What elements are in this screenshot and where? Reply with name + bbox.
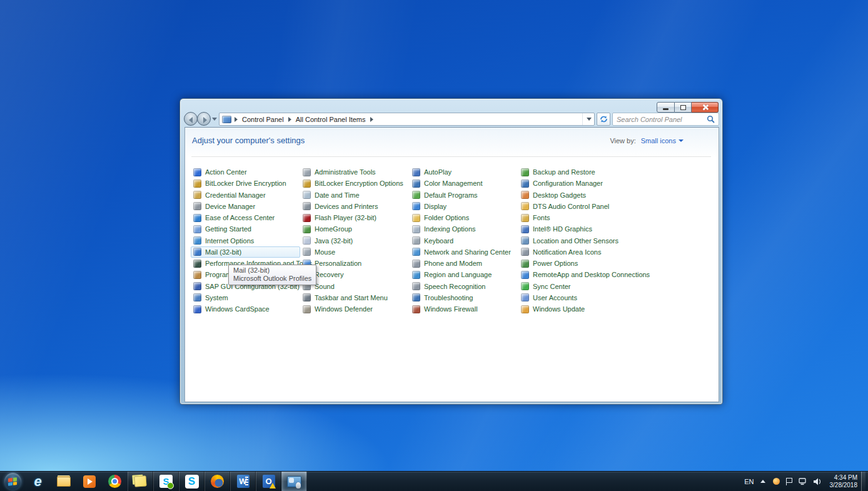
search-icon[interactable] bbox=[707, 115, 715, 123]
start-button[interactable] bbox=[0, 472, 25, 491]
language-indicator[interactable]: EN bbox=[744, 478, 754, 485]
fonts-icon bbox=[521, 214, 529, 222]
control-panel-item[interactable]: System bbox=[191, 292, 300, 303]
address-bar[interactable]: Control Panel All Control Panel Items bbox=[219, 113, 595, 126]
control-panel-item[interactable]: Network and Sharing Center bbox=[410, 246, 518, 258]
item-label: Troubleshooting bbox=[424, 294, 473, 301]
internet-explorer-icon[interactable]: e bbox=[25, 472, 51, 491]
restore-button[interactable] bbox=[675, 102, 692, 113]
breadcrumb-control-panel[interactable]: Control Panel bbox=[242, 116, 284, 123]
control-panel-taskbar-icon-glyph bbox=[287, 476, 301, 487]
skype-for-business-icon[interactable]: S bbox=[153, 472, 179, 491]
show-desktop-button[interactable] bbox=[861, 472, 865, 491]
control-panel-item[interactable]: Phone and Modem bbox=[410, 258, 518, 269]
control-panel-item[interactable]: Indexing Options bbox=[410, 223, 518, 235]
control-panel-item[interactable]: HomeGroup bbox=[300, 223, 410, 235]
control-panel-item[interactable]: Desktop Gadgets bbox=[518, 190, 628, 201]
control-panel-item[interactable]: Location and Other Sensors bbox=[518, 235, 628, 246]
restore-icon bbox=[680, 105, 686, 110]
media-player-icon-glyph bbox=[83, 475, 96, 488]
outlook-icon-glyph: O bbox=[263, 475, 275, 488]
control-panel-item[interactable]: BitLocker Drive Encryption bbox=[191, 178, 300, 189]
control-panel-item[interactable]: Troubleshooting bbox=[410, 292, 518, 303]
control-panel-item[interactable]: Display bbox=[410, 201, 518, 212]
sticky-notes-icon[interactable] bbox=[128, 472, 153, 491]
close-icon bbox=[702, 104, 709, 111]
outlook-icon[interactable]: O bbox=[256, 472, 281, 491]
item-label: Folder Options bbox=[424, 214, 469, 221]
clock[interactable]: 4:34 PM 3/28/2018 bbox=[830, 474, 858, 489]
control-panel-item[interactable]: Devices and Printers bbox=[300, 201, 410, 212]
control-panel-item[interactable]: Keyboard bbox=[410, 235, 518, 246]
control-panel-item[interactable]: Ease of Access Center bbox=[191, 212, 300, 223]
control-panel-item[interactable]: Windows Update bbox=[518, 303, 628, 315]
defender-icon bbox=[303, 305, 311, 313]
control-panel-item[interactable]: Color Management bbox=[410, 178, 518, 189]
back-button[interactable] bbox=[184, 112, 198, 126]
control-panel-item[interactable]: Backup and Restore bbox=[518, 166, 628, 178]
firefox-icon[interactable] bbox=[204, 472, 230, 491]
control-panel-item[interactable]: Default Programs bbox=[410, 190, 518, 201]
control-panel-item[interactable]: Administrative Tools bbox=[300, 166, 410, 178]
control-panel-item[interactable]: Recovery bbox=[300, 269, 410, 280]
search-box[interactable]: Search Control Panel bbox=[612, 113, 719, 126]
control-panel-item[interactable]: Action Center bbox=[191, 166, 300, 178]
control-panel-item[interactable]: DTS Audio Control Panel bbox=[518, 201, 628, 212]
control-panel-item[interactable]: Date and Time bbox=[300, 190, 410, 201]
control-panel-item[interactable]: Sound bbox=[300, 281, 410, 292]
skype-icon-glyph: S bbox=[185, 475, 199, 488]
action-center-flag-icon[interactable] bbox=[786, 478, 792, 485]
control-panel-item[interactable]: Taskbar and Start Menu bbox=[300, 292, 410, 303]
network-tray-icon[interactable] bbox=[799, 478, 807, 485]
control-panel-item[interactable]: Windows Defender bbox=[300, 303, 410, 315]
control-panel-item[interactable]: Internet Options bbox=[191, 235, 300, 246]
control-panel-item[interactable]: RemoteApp and Desktop Connections bbox=[518, 269, 628, 280]
control-panel-item[interactable]: Java (32-bit) bbox=[300, 235, 410, 246]
control-panel-item[interactable]: Configuration Manager bbox=[518, 178, 628, 189]
control-panel-item[interactable]: Personalization bbox=[300, 258, 410, 269]
windows-logo-icon bbox=[4, 473, 21, 490]
chrome-icon[interactable] bbox=[102, 472, 128, 491]
history-dropdown-icon[interactable] bbox=[212, 118, 217, 121]
control-panel-taskbar-icon[interactable] bbox=[281, 472, 307, 491]
control-panel-item[interactable]: Getting Started bbox=[191, 223, 300, 235]
control-panel-item[interactable]: Folder Options bbox=[410, 212, 518, 223]
item-label: Speech Recognition bbox=[424, 283, 485, 290]
control-panel-item[interactable]: Windows CardSpace bbox=[191, 303, 300, 315]
view-mode-link[interactable]: Small icons bbox=[641, 137, 676, 144]
forward-button[interactable] bbox=[197, 112, 211, 126]
control-panel-item[interactable]: Credential Manager bbox=[191, 190, 300, 201]
close-button[interactable] bbox=[692, 102, 719, 113]
control-panel-item[interactable]: Sync Center bbox=[518, 281, 628, 292]
control-panel-item[interactable]: Power Options bbox=[518, 258, 628, 269]
control-panel-item[interactable]: Fonts bbox=[518, 212, 628, 223]
word-icon[interactable]: W bbox=[230, 472, 256, 491]
weather-tray-icon[interactable] bbox=[773, 478, 780, 485]
search-placeholder: Search Control Panel bbox=[617, 116, 707, 123]
items-column: AutoPlayColor ManagementDefault Programs… bbox=[410, 166, 518, 315]
control-panel-item[interactable]: Intel® HD Graphics bbox=[518, 223, 628, 235]
keyboard-icon bbox=[412, 236, 420, 245]
control-panel-item[interactable]: Region and Language bbox=[410, 269, 518, 280]
minimize-button[interactable] bbox=[657, 102, 675, 113]
control-panel-item[interactable]: BitLocker Encryption Options bbox=[300, 178, 410, 189]
control-panel-item[interactable]: AutoPlay bbox=[410, 166, 518, 178]
volume-tray-icon[interactable] bbox=[814, 478, 822, 485]
skype-icon[interactable]: S bbox=[179, 472, 204, 491]
show-hidden-icons-icon[interactable] bbox=[760, 480, 765, 483]
control-panel-item[interactable]: Mail (32-bit) bbox=[191, 246, 300, 258]
refresh-button[interactable] bbox=[597, 113, 610, 126]
control-panel-item[interactable]: Device Manager bbox=[191, 201, 300, 212]
control-panel-item[interactable]: User Accounts bbox=[518, 292, 628, 303]
chevron-down-icon[interactable] bbox=[679, 139, 684, 142]
address-dropdown-button[interactable] bbox=[582, 113, 592, 125]
taskbar-start-icon bbox=[303, 293, 311, 301]
breadcrumb-all-items[interactable]: All Control Panel Items bbox=[296, 116, 366, 123]
windows-explorer-icon[interactable] bbox=[51, 472, 76, 491]
media-player-icon[interactable] bbox=[76, 472, 102, 491]
control-panel-item[interactable]: Mouse bbox=[300, 246, 410, 258]
control-panel-item[interactable]: Speech Recognition bbox=[410, 281, 518, 292]
control-panel-item[interactable]: Flash Player (32-bit) bbox=[300, 212, 410, 223]
control-panel-item[interactable]: Windows Firewall bbox=[410, 303, 518, 315]
control-panel-item[interactable]: Notification Area Icons bbox=[518, 246, 628, 258]
